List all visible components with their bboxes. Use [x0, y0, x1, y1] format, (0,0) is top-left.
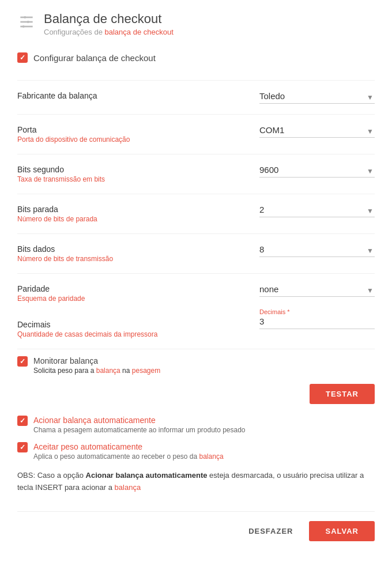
monitor-row: ✓ Monitorar balança Solicita peso para a…	[17, 356, 375, 375]
paridade-field-name: Paridade	[17, 284, 259, 293]
bits-dados-control: 5 6 7 8 ▼	[259, 244, 375, 257]
bits-segundo-row: Bits segundo Taxa de transmissão em bits…	[17, 157, 375, 191]
bits-segundo-control: 1200 2400 4800 9600 19200 38400 ▼	[259, 165, 375, 178]
aceitar-text: Aceitar peso automaticamente Aplica o pe…	[33, 442, 224, 461]
porta-control: COM1 COM2 COM3 COM4 USB ▼	[259, 125, 375, 138]
paridade-select-wrapper: none even odd mark space ▼	[259, 284, 375, 297]
aceitar-balanca-link: balança	[199, 452, 224, 461]
bits-dados-select[interactable]: 5 6 7 8	[259, 244, 375, 254]
monitor-balanca-link: balança	[96, 367, 120, 375]
bits-segundo-select[interactable]: 1200 2400 4800 9600 19200 38400	[259, 165, 375, 175]
settings-icon	[17, 13, 36, 33]
salvar-button[interactable]: SALVAR	[309, 521, 375, 541]
bits-segundo-field-desc: Taxa de transmissão em bits	[17, 175, 259, 183]
monitor-title: Monitorar balança	[33, 356, 160, 365]
decimais-input-wrapper: Decimais *	[259, 308, 375, 329]
paridade-decimais-control: none even odd mark space ▼ Decimais *	[259, 284, 375, 329]
bits-parada-select-wrapper: 1 1.5 2 ▼	[259, 205, 375, 217]
acionar-checkmark-icon: ✓	[20, 417, 25, 425]
svg-point-6	[24, 16, 26, 18]
bits-dados-select-wrapper: 5 6 7 8 ▼	[259, 244, 375, 257]
acionar-desc: Chama a pesagem automaticamente ao infor…	[33, 426, 246, 434]
footer-buttons: DESFAZER SALVAR	[17, 511, 375, 541]
obs-balanca-link: balança	[115, 483, 141, 492]
fabricante-select[interactable]: Toledo Filizola Prix Outros	[259, 91, 375, 101]
monitor-pesagem-link: pesagem	[132, 367, 160, 375]
bits-segundo-label-group: Bits segundo Taxa de transmissão em bits	[17, 165, 259, 183]
bits-dados-label-group: Bits dados Número de bits de transmissão	[17, 244, 259, 263]
enable-row: ✓ Configurar balança de checkout	[17, 52, 375, 63]
acionar-title: Acionar balança automaticamente	[33, 416, 246, 425]
divider-2	[17, 114, 375, 115]
fabricante-control: Toledo Filizola Prix Outros ▼	[259, 91, 375, 104]
monitor-text: Monitorar balança Solicita peso para a b…	[33, 356, 160, 375]
bits-segundo-field-name: Bits segundo	[17, 165, 259, 174]
divider-3	[17, 154, 375, 154]
subtitle-link[interactable]: balança de checkout	[105, 28, 174, 36]
bits-dados-field-name: Bits dados	[17, 244, 259, 254]
aceitar-row: ✓ Aceitar peso automaticamente Aplica o …	[17, 442, 375, 461]
testar-row: TESTAR	[17, 384, 375, 404]
porta-select[interactable]: COM1 COM2 COM3 COM4 USB	[259, 125, 375, 135]
monitor-desc: Solicita peso para a balança na pesagem	[33, 367, 160, 375]
divider-1	[17, 80, 375, 81]
acionar-checkbox[interactable]: ✓	[17, 416, 28, 426]
enable-label: Configurar balança de checkout	[33, 53, 156, 63]
bits-parada-control: 1 1.5 2 ▼	[259, 205, 375, 217]
bits-parada-field-name: Bits parada	[17, 205, 259, 214]
fabricante-label-group: Fabricante da balança	[17, 91, 259, 100]
checkmark-icon: ✓	[20, 54, 25, 62]
aceitar-checkmark-icon: ✓	[20, 443, 25, 451]
paridade-select[interactable]: none even odd mark space	[259, 284, 375, 294]
bits-parada-select[interactable]: 1 1.5 2	[259, 205, 375, 214]
monitor-checkmark-icon: ✓	[20, 357, 25, 365]
page-title: Balança de checkout	[44, 12, 174, 27]
bits-parada-row: Bits parada Número de bits de parada 1 1…	[17, 197, 375, 231]
decimais-field-desc: Quantidade de casas decimais da impresso…	[17, 330, 259, 338]
bits-parada-label-group: Bits parada Número de bits de parada	[17, 205, 259, 223]
bits-dados-field-desc: Número de bits de transmissão	[17, 255, 259, 263]
desfazer-button[interactable]: DESFAZER	[239, 521, 302, 541]
porta-select-wrapper: COM1 COM2 COM3 COM4 USB ▼	[259, 125, 375, 138]
svg-point-7	[27, 21, 29, 23]
fabricante-row: Fabricante da balança Toledo Filizola Pr…	[17, 83, 375, 112]
obs-section: OBS: Caso a opção Acionar balança automa…	[17, 470, 375, 494]
decimais-input-label: Decimais *	[259, 308, 375, 315]
porta-field-desc: Porta do dispositivo de comunicação	[17, 135, 259, 144]
porta-row: Porta Porta do dispositivo de comunicaçã…	[17, 117, 375, 152]
acionar-text: Acionar balança automaticamente Chama a …	[33, 416, 246, 434]
enable-checkbox[interactable]: ✓	[17, 52, 28, 63]
divider-7	[17, 349, 375, 349]
aceitar-desc: Aplica o peso automaticamente ao receber…	[33, 452, 224, 461]
monitor-checkbox[interactable]: ✓	[17, 356, 28, 367]
page-header: Balança de checkout Configurações de bal…	[17, 12, 375, 36]
bits-parada-field-desc: Número de bits de parada	[17, 215, 259, 223]
testar-button[interactable]: TESTAR	[310, 384, 375, 404]
decimais-input[interactable]	[259, 316, 375, 326]
fabricante-select-wrapper: Toledo Filizola Prix Outros ▼	[259, 91, 375, 104]
paridade-field-desc: Esquema de paridade	[17, 295, 259, 303]
paridade-decimais-row: Paridade Esquema de paridade Decimais Qu…	[17, 276, 375, 346]
page-subtitle: Configurações de balança de checkout	[44, 28, 174, 36]
aceitar-title: Aceitar peso automaticamente	[33, 442, 224, 451]
bits-segundo-select-wrapper: 1200 2400 4800 9600 19200 38400 ▼	[259, 165, 375, 178]
header-text: Balança de checkout Configurações de bal…	[44, 12, 174, 36]
obs-bold: Acionar balança automaticamente	[86, 471, 208, 480]
paridade-label-group: Paridade Esquema de paridade Decimais Qu…	[17, 284, 259, 338]
decimais-field-name: Decimais	[17, 320, 259, 329]
fabricante-field-name: Fabricante da balança	[17, 91, 259, 100]
divider-4	[17, 194, 375, 194]
divider-5	[17, 233, 375, 234]
acionar-row: ✓ Acionar balança automaticamente Chama …	[17, 416, 375, 434]
svg-point-8	[22, 25, 25, 28]
porta-field-name: Porta	[17, 125, 259, 134]
porta-label-group: Porta Porta do dispositivo de comunicaçã…	[17, 125, 259, 144]
aceitar-checkbox[interactable]: ✓	[17, 442, 28, 452]
bits-dados-row: Bits dados Número de bits de transmissão…	[17, 236, 375, 271]
divider-6	[17, 273, 375, 274]
